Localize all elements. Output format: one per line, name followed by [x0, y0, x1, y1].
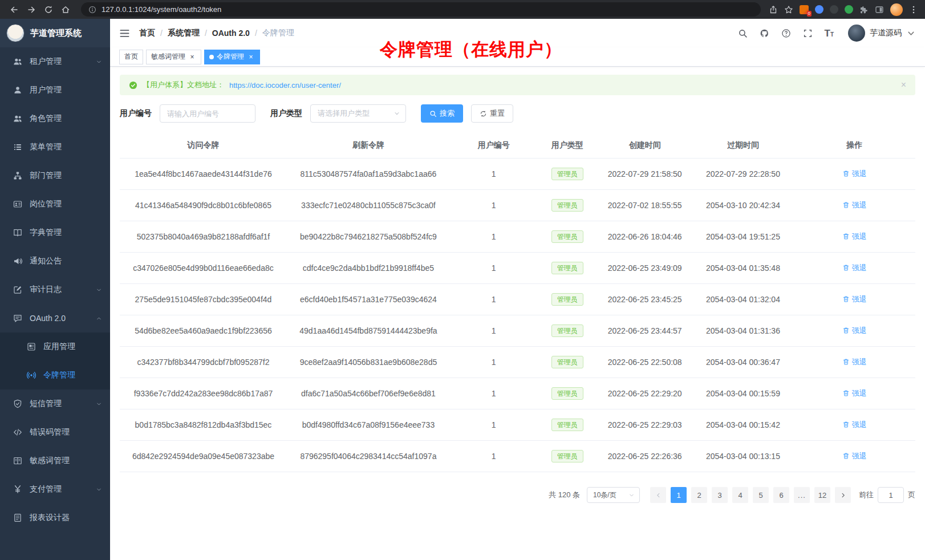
- sidebar-item-oauth2-app[interactable]: 应用管理: [0, 332, 110, 361]
- page-button-1[interactable]: 1: [671, 487, 687, 503]
- force-logout-label: 强退: [852, 357, 867, 367]
- reload-button[interactable]: [41, 2, 56, 17]
- font-size-icon[interactable]: TT: [825, 29, 834, 38]
- page-button-6[interactable]: 6: [773, 487, 789, 503]
- extension-icon-dark[interactable]: [830, 5, 838, 14]
- github-icon[interactable]: [760, 29, 769, 38]
- goto-suffix: 页: [908, 490, 915, 500]
- app-logo[interactable]: 芋道管理系统: [0, 19, 110, 47]
- search-icon[interactable]: [738, 29, 748, 38]
- sidebar-item-post[interactable]: 岗位管理: [0, 190, 110, 218]
- force-logout-button[interactable]: 强退: [842, 357, 867, 367]
- tab-token[interactable]: 令牌管理×: [204, 50, 260, 64]
- sidebar-item-tenant[interactable]: 租户管理: [0, 47, 110, 76]
- extension-badge: 0: [807, 11, 812, 17]
- sidebar-item-user[interactable]: 用户管理: [0, 76, 110, 104]
- forward-button[interactable]: [24, 2, 39, 17]
- trash-icon: [842, 264, 850, 271]
- pager-more-button[interactable]: ...: [794, 487, 810, 503]
- sidebar-item-audit-log[interactable]: 审计日志: [0, 275, 110, 304]
- sidebar-item-label: 部门管理: [30, 171, 62, 181]
- split-view-button[interactable]: [875, 5, 884, 14]
- sidebar-item-label: 错误码管理: [30, 427, 70, 437]
- sidebar-item-error-code[interactable]: 错误码管理: [0, 418, 110, 447]
- page-size-select[interactable]: 10条/页: [587, 487, 640, 503]
- force-logout-button[interactable]: 强退: [842, 169, 867, 179]
- url-text: 127.0.0.1:1024/system/oauth2/token: [102, 5, 221, 14]
- refresh-token-cell: cdfc4ce9c2da4bb1bdf21b9918ff4be5: [287, 253, 450, 284]
- force-logout-button[interactable]: 强退: [842, 232, 867, 242]
- page-button-4[interactable]: 4: [732, 487, 748, 503]
- force-logout-label: 强退: [852, 326, 867, 336]
- sidebar-item-label: 审计日志: [30, 285, 62, 295]
- user-type-select[interactable]: 请选择用户类型: [310, 104, 406, 123]
- force-logout-button[interactable]: 强退: [842, 388, 867, 399]
- share-button[interactable]: [769, 5, 778, 14]
- close-icon[interactable]: ×: [188, 53, 196, 61]
- extension-icon-green[interactable]: [845, 5, 853, 14]
- address-bar[interactable]: 127.0.0.1:1024/system/oauth2/token: [81, 2, 761, 17]
- alert-close-icon[interactable]: ×: [901, 80, 906, 90]
- sidebar-item-sensitive-word[interactable]: 敏感词管理: [0, 447, 110, 475]
- extensions-puzzle-button[interactable]: [859, 5, 869, 14]
- force-logout-button[interactable]: 强退: [842, 294, 867, 305]
- sidebar-item-oauth2[interactable]: OAuth 2.0: [0, 304, 110, 332]
- user-type-cell: 管理员: [537, 190, 597, 221]
- back-button[interactable]: [7, 2, 22, 17]
- extension-icon-orange[interactable]: 0: [800, 5, 809, 14]
- breadcrumb-item[interactable]: 系统管理: [168, 28, 200, 38]
- home-button[interactable]: [58, 2, 73, 17]
- refresh-token-cell: 811c530487574fa0af1a59d3abc1aa66: [287, 159, 450, 190]
- tab-sensitive-word[interactable]: 敏感词管理×: [146, 50, 201, 64]
- sidebar-item-label: 租户管理: [30, 56, 62, 67]
- sidebar-item-menu[interactable]: 菜单管理: [0, 133, 110, 161]
- prev-page-button[interactable]: [650, 487, 666, 503]
- tab-home[interactable]: 首页: [119, 50, 143, 64]
- expire-time-cell: 2054-03-04 00:15:42: [692, 409, 793, 441]
- breadcrumb-item[interactable]: 首页: [139, 28, 155, 38]
- extension-icon-blue[interactable]: [815, 5, 823, 14]
- search-button[interactable]: 搜索: [421, 104, 463, 123]
- user-dropdown[interactable]: 芋道源码: [848, 25, 916, 42]
- fullscreen-icon[interactable]: [803, 29, 813, 38]
- browser-profile-avatar[interactable]: [890, 3, 903, 16]
- user-id-input[interactable]: [160, 104, 255, 123]
- page-button-3[interactable]: 3: [712, 487, 728, 503]
- logo-avatar: [6, 24, 25, 42]
- action-cell: 强退: [794, 253, 915, 284]
- sidebar-item-pay[interactable]: 支付管理: [0, 475, 110, 504]
- force-logout-button[interactable]: 强退: [842, 451, 867, 461]
- refresh-token-cell: 49d1aa46d1454fbd87591444423be9fa: [287, 315, 450, 347]
- force-logout-button[interactable]: 强退: [842, 326, 867, 336]
- sidebar-item-report-designer[interactable]: 报表设计器: [0, 504, 110, 532]
- force-logout-button[interactable]: 强退: [842, 263, 867, 273]
- force-logout-button[interactable]: 强退: [842, 200, 867, 210]
- browser-menu-button[interactable]: [909, 5, 918, 14]
- sidebar-item-role[interactable]: 角色管理: [0, 104, 110, 133]
- page-button-12[interactable]: 12: [814, 487, 830, 503]
- sidebar-item-label: 角色管理: [30, 113, 62, 124]
- user-id-cell: 1: [450, 190, 537, 221]
- sidebar-item-label: 通知公告: [30, 256, 62, 266]
- doc-link[interactable]: https://doc.iocoder.cn/user-center/: [229, 81, 341, 90]
- force-logout-button[interactable]: 强退: [842, 420, 867, 430]
- close-icon[interactable]: ×: [247, 53, 255, 61]
- page-buttons: 123456...12: [668, 487, 833, 503]
- goto-page-input[interactable]: [878, 487, 904, 503]
- page-button-5[interactable]: 5: [753, 487, 769, 503]
- next-page-button[interactable]: [835, 487, 851, 503]
- breadcrumb-item[interactable]: OAuth 2.0: [212, 29, 250, 38]
- reset-button[interactable]: 重置: [471, 104, 513, 123]
- force-logout-label: 强退: [852, 420, 867, 430]
- sidebar-item-sms[interactable]: 短信管理: [0, 389, 110, 418]
- bookmark-star-button[interactable]: [784, 5, 793, 14]
- sidebar-item-notice[interactable]: 通知公告: [0, 247, 110, 275]
- sidebar-toggle-button[interactable]: [119, 28, 130, 39]
- sidebar-item-dict[interactable]: 字典管理: [0, 218, 110, 247]
- page-button-2[interactable]: 2: [691, 487, 707, 503]
- user-type-badge: 管理员: [551, 450, 583, 462]
- site-info-icon[interactable]: [88, 6, 96, 14]
- sidebar-item-oauth2-token[interactable]: 令牌管理: [0, 361, 110, 389]
- sidebar-item-dept[interactable]: 部门管理: [0, 161, 110, 190]
- help-icon[interactable]: [781, 29, 791, 38]
